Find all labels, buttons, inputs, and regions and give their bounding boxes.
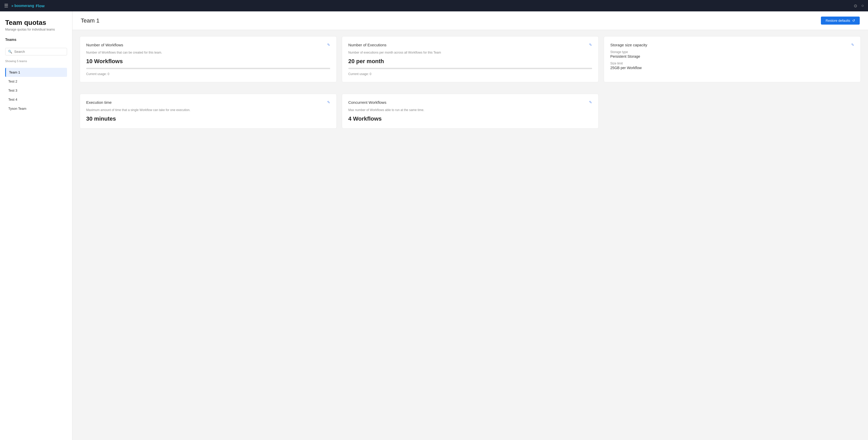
main-title: Team 1 bbox=[81, 17, 99, 24]
sidebar: Team quotas Manage quotas for individiua… bbox=[0, 11, 72, 440]
card-executions-desc: Number of executions per month across al… bbox=[348, 50, 592, 55]
topnav: ☰ » boomerang Flow ⊙ ○ bbox=[0, 0, 868, 11]
search-icon: 🔍 bbox=[8, 50, 12, 54]
sidebar-header: Team quotas Manage quotas for individiua… bbox=[5, 19, 67, 31]
executions-progress-bar bbox=[348, 68, 592, 69]
card-execution-time: Execution time ✎ Maximum amount of time … bbox=[80, 94, 337, 129]
card-executions: Number of Executions ✎ Number of executi… bbox=[342, 36, 599, 82]
storage-type-value: Persistent Storage bbox=[610, 54, 854, 59]
edit-concurrent-icon[interactable]: ✎ bbox=[589, 100, 592, 104]
card-workflows-header: Number of Workflows ✎ bbox=[86, 43, 330, 47]
size-limit-row: Size limit 25GB per Workflow bbox=[610, 62, 854, 70]
card-workflows: Number of Workflows ✎ Number of Workflow… bbox=[80, 36, 337, 82]
workflows-usage: Current usage: 0 bbox=[86, 72, 330, 76]
card-concurrent-value: 4 Workflows bbox=[348, 116, 592, 122]
showing-label: Showing 5 teams bbox=[5, 60, 67, 63]
edit-execution-time-icon[interactable]: ✎ bbox=[327, 100, 330, 104]
team-list: Team 1 Test 2 Test 3 Test 4 Tyson Team bbox=[5, 68, 67, 113]
card-concurrent-title: Concurrent Workflows bbox=[348, 100, 386, 104]
sidebar-item-test3[interactable]: Test 3 bbox=[5, 86, 67, 95]
card-execution-time-desc: Maximum amount of time that a single Wor… bbox=[86, 108, 330, 112]
brand-chevron: » bbox=[11, 4, 13, 8]
cards-grid-top: Number of Workflows ✎ Number of Workflow… bbox=[72, 30, 868, 94]
main-header: Team 1 Restore defaults ↺ bbox=[72, 11, 868, 30]
sidebar-title: Team quotas bbox=[5, 19, 67, 27]
brand-flow: Flow bbox=[36, 4, 44, 8]
brand-logo: » boomerang bbox=[11, 4, 34, 8]
brand-name: boomerang bbox=[14, 4, 34, 8]
card-workflows-value: 10 Workflows bbox=[86, 58, 330, 65]
card-storage: Storage size capacity ✎ Storage type Per… bbox=[604, 36, 861, 82]
storage-info: Storage type Persistent Storage Size lim… bbox=[610, 50, 854, 70]
cards-grid-bottom: Execution time ✎ Maximum amount of time … bbox=[72, 94, 868, 135]
hamburger-icon[interactable]: ☰ bbox=[4, 3, 8, 8]
card-storage-header: Storage size capacity ✎ bbox=[610, 43, 854, 47]
edit-workflows-icon[interactable]: ✎ bbox=[327, 43, 330, 47]
help-icon[interactable]: ⊙ bbox=[854, 3, 857, 8]
edit-executions-icon[interactable]: ✎ bbox=[589, 43, 592, 47]
card-execution-time-value: 30 minutes bbox=[86, 116, 330, 122]
restore-icon: ↺ bbox=[852, 19, 855, 23]
storage-type-row: Storage type Persistent Storage bbox=[610, 50, 854, 59]
nav-left: ☰ » boomerang Flow bbox=[4, 3, 44, 8]
card-executions-value: 20 per month bbox=[348, 58, 592, 65]
size-limit-label: Size limit bbox=[610, 62, 854, 65]
empty-cell bbox=[604, 94, 861, 129]
layout: Team quotas Manage quotas for individiua… bbox=[0, 11, 868, 440]
size-limit-value: 25GB per Workflow bbox=[610, 66, 854, 70]
card-execution-time-title: Execution time bbox=[86, 100, 112, 104]
edit-storage-icon[interactable]: ✎ bbox=[851, 43, 854, 47]
sidebar-item-test2[interactable]: Test 2 bbox=[5, 77, 67, 86]
brand: » boomerang Flow bbox=[11, 4, 44, 8]
restore-defaults-button[interactable]: Restore defaults ↺ bbox=[821, 17, 860, 25]
card-workflows-desc: Number of Workflows that can be created … bbox=[86, 50, 330, 55]
card-concurrent-header: Concurrent Workflows ✎ bbox=[348, 100, 592, 104]
workflows-progress-bar bbox=[86, 68, 330, 69]
card-storage-title: Storage size capacity bbox=[610, 43, 647, 47]
card-execution-time-header: Execution time ✎ bbox=[86, 100, 330, 104]
search-input[interactable] bbox=[14, 50, 64, 54]
sidebar-subtitle: Manage quotas for individiual teams bbox=[5, 28, 67, 31]
restore-label: Restore defaults bbox=[826, 19, 850, 23]
sidebar-item-team1[interactable]: Team 1 bbox=[5, 68, 67, 77]
main-content: Team 1 Restore defaults ↺ Number of Work… bbox=[72, 11, 868, 440]
executions-usage: Current usage: 0 bbox=[348, 72, 592, 76]
card-concurrent: Concurrent Workflows ✎ Max number of Wor… bbox=[342, 94, 599, 129]
card-executions-header: Number of Executions ✎ bbox=[348, 43, 592, 47]
sidebar-item-test4[interactable]: Test 4 bbox=[5, 95, 67, 104]
card-executions-title: Number of Executions bbox=[348, 43, 386, 47]
teams-section-label: Teams bbox=[5, 37, 67, 42]
sidebar-item-tyson[interactable]: Tyson Team bbox=[5, 104, 67, 113]
search-box: 🔍 bbox=[5, 48, 67, 55]
card-workflows-title: Number of Workflows bbox=[86, 43, 123, 47]
user-icon[interactable]: ○ bbox=[861, 3, 864, 8]
storage-type-label: Storage type bbox=[610, 50, 854, 54]
nav-right: ⊙ ○ bbox=[854, 3, 864, 8]
card-concurrent-desc: Max number of Workflows able to run at t… bbox=[348, 108, 592, 112]
